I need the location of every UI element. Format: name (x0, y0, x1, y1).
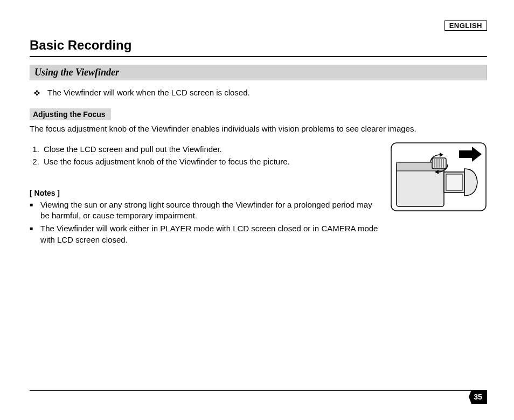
note-text: Viewing the sun or any strong light sour… (40, 199, 379, 222)
square-bullet-icon: ■ (30, 199, 33, 210)
svg-rect-12 (446, 174, 462, 190)
intro-text: The Viewfinder will work when the LCD sc… (47, 88, 250, 97)
svg-rect-13 (459, 150, 472, 158)
note-item: ■ Viewing the sun or any strong light so… (30, 199, 379, 222)
language-badge: ENGLISH (444, 20, 487, 31)
step-item: Use the focus adjustment knob of the Vie… (41, 156, 379, 167)
viewfinder-illustration (390, 142, 487, 212)
bottom-rule (30, 390, 487, 391)
note-text: The Viewfinder will work either in PLAYE… (40, 223, 379, 245)
step-item: Close the LCD screen and pull out the Vi… (41, 144, 379, 155)
title-rule (30, 56, 487, 57)
diamond-bullet-icon: ✤ (34, 88, 40, 99)
sub-heading: Adjusting the Focus (30, 108, 111, 120)
intro-line: ✤ The Viewfinder will work when the LCD … (34, 88, 487, 99)
section-heading: Using the Viewfinder (30, 65, 487, 80)
steps-list: Close the LCD screen and pull out the Vi… (41, 144, 379, 167)
notes-label: [ Notes ] (30, 189, 379, 197)
notes-list: ■ Viewing the sun or any strong light so… (30, 199, 379, 245)
focus-description: The focus adjustment knob of the Viewfin… (30, 123, 487, 134)
page-number: 35 (469, 390, 487, 404)
page-title: Basic Recording (30, 38, 487, 53)
square-bullet-icon: ■ (30, 223, 33, 234)
note-item: ■ The Viewfinder will work either in PLA… (30, 223, 379, 245)
